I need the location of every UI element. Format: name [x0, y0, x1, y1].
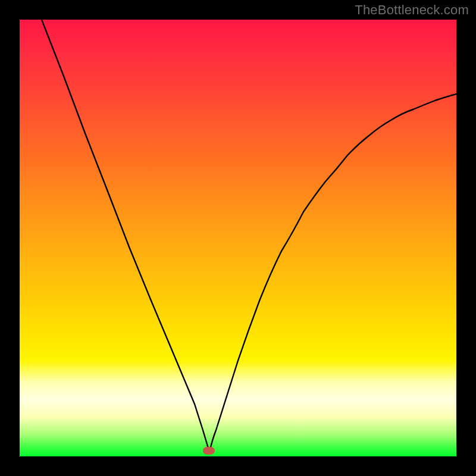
bottleneck-curve: [20, 20, 456, 456]
curve-path: [42, 20, 456, 452]
optimal-point-marker: [203, 447, 215, 455]
watermark-text: TheBottleneck.com: [355, 2, 469, 18]
chart-frame: TheBottleneck.com: [0, 0, 476, 476]
